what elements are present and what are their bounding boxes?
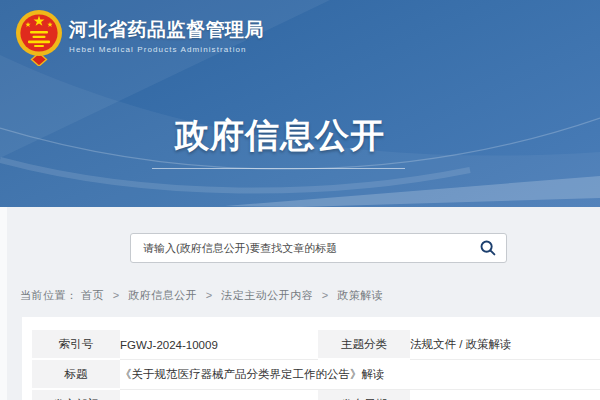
index-number-label: 索引号 [32,330,120,360]
table-row: 索引号 FGWJ-2024-10009 主题分类 法规文件 / 政策解读 [32,330,600,360]
site-name: 河北省药品监督管理局 [69,18,264,42]
publish-date-label: 发布日期 [318,390,410,400]
site-brand[interactable]: 河北省药品监督管理局 Hebei Medical Products Admini… [15,8,264,66]
index-number-value: FGWJ-2024-10009 [120,330,318,360]
breadcrumb-label: 当前位置： [20,289,78,301]
breadcrumb-item-gov-info[interactable]: 政府信息公开 [128,289,197,301]
topic-category-label: 主题分类 [318,330,410,360]
search-bar [130,233,507,263]
breadcrumb-separator: > [113,289,120,301]
publish-date-value: 2024-05-13 [410,390,600,400]
national-emblem-logo [15,8,63,66]
issuing-department-label: 发文部门 [32,390,120,400]
document-meta-table: 索引号 FGWJ-2024-10009 主题分类 法规文件 / 政策解读 标题 … [32,330,600,400]
banner-underline [152,168,405,169]
page-title: 政府信息公开 [0,113,560,159]
breadcrumb: 当前位置： 首页 > 政府信息公开 > 法定主动公开内容 > 政策解读 [20,288,383,303]
table-row: 发文部门 发布日期 2024-05-13 [32,390,600,400]
topic-category-value: 法规文件 / 政策解读 [410,330,600,360]
document-meta-card: 索引号 FGWJ-2024-10009 主题分类 法规文件 / 政策解读 标题 … [22,317,600,400]
search-input[interactable] [130,233,507,263]
breadcrumb-item-statutory-disclosure[interactable]: 法定主动公开内容 [221,289,313,301]
breadcrumb-separator: > [322,289,329,301]
issuing-department-value [120,390,318,400]
site-name-english: Hebei Medical Products Administration [69,45,264,54]
breadcrumb-item-policy-interpretation: 政策解读 [337,289,383,301]
site-header-banner: 河北省药品监督管理局 Hebei Medical Products Admini… [0,0,600,207]
left-gutter [0,207,7,400]
title-label: 标题 [32,360,120,390]
table-row: 标题 《关于规范医疗器械产品分类界定工作的公告》解读 [32,360,600,390]
search-icon[interactable] [480,240,496,256]
breadcrumb-separator: > [206,289,213,301]
breadcrumb-item-home[interactable]: 首页 [81,289,104,301]
title-value: 《关于规范医疗器械产品分类界定工作的公告》解读 [120,360,600,390]
